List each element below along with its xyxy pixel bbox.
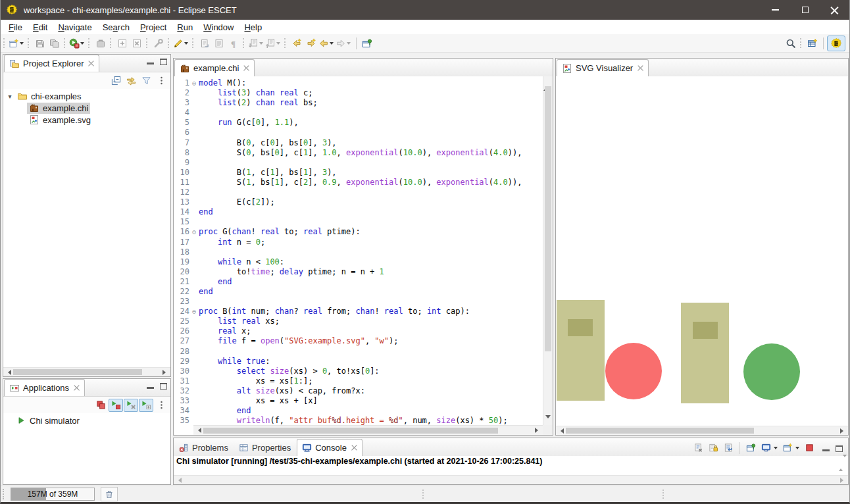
terminate-button[interactable] [802, 441, 816, 455]
word-wrap-button[interactable] [721, 441, 736, 455]
cross-box-button[interactable] [130, 36, 144, 51]
console-hscrollbar[interactable] [174, 475, 848, 484]
forward-history-button[interactable] [336, 36, 353, 51]
editor-vscrollbar[interactable] [543, 76, 553, 425]
pin-editor-button[interactable] [360, 36, 374, 51]
tab-example-chi[interactable]: example.chi [174, 59, 255, 76]
scroll-left-icon[interactable] [558, 428, 564, 434]
toolbar-grip[interactable] [88, 38, 91, 48]
new-wizard-dropdown[interactable] [20, 42, 24, 45]
scroll-thumb[interactable] [545, 86, 551, 351]
statusbar-separator[interactable] [422, 490, 425, 499]
save-all-button[interactable] [47, 36, 62, 51]
menu-edit[interactable]: Edit [28, 21, 53, 34]
application-item-chi-simulator[interactable]: Chi simulator [3, 415, 170, 426]
menu-search[interactable]: Search [97, 21, 135, 34]
minimize-view-icon[interactable] [147, 63, 154, 64]
terminate-all-button[interactable] [93, 399, 108, 412]
close-tab-icon[interactable] [243, 65, 249, 71]
scroll-down-icon[interactable] [545, 415, 551, 421]
scroll-left-icon[interactable] [176, 478, 182, 483]
tree-item-example-chi[interactable]: example.chi [3, 102, 170, 114]
scroll-right-icon[interactable] [840, 428, 846, 434]
filter-button[interactable] [139, 74, 153, 88]
menu-navigate[interactable]: Navigate [53, 21, 97, 34]
tab-console[interactable]: Console [297, 439, 362, 456]
code-editor[interactable]: 1⊖model M():2 list(3) chan real c;3 list… [174, 76, 543, 425]
pilcrow-button[interactable]: ¶ [226, 36, 241, 51]
garbage-collect-button[interactable] [101, 487, 118, 501]
menu-window[interactable]: Window [198, 21, 239, 34]
toolbar-grip[interactable] [243, 38, 245, 48]
toolbar-grip[interactable] [64, 38, 66, 48]
scroll-thumb[interactable] [13, 369, 142, 375]
pen-dropdown[interactable] [184, 42, 188, 45]
toolbar-grip[interactable] [146, 38, 149, 48]
scroll-right-icon[interactable] [162, 370, 168, 375]
menu-file[interactable]: File [3, 21, 28, 34]
new-wizard-button[interactable] [9, 36, 26, 51]
view-menu-button[interactable] [154, 399, 168, 412]
link-editor-button[interactable] [124, 74, 138, 88]
console-output[interactable]: Chi simulator [running] /test/35-chi-exa… [174, 456, 848, 474]
save-button[interactable] [33, 36, 47, 51]
close-tab-icon[interactable] [638, 65, 643, 71]
tree-item-example-svg[interactable]: example.svg [3, 114, 170, 126]
toolbar-grip[interactable] [168, 38, 170, 48]
auto-expand-button[interactable] [139, 399, 153, 412]
toolbar-grip[interactable] [192, 38, 195, 48]
statusbar-grip[interactable] [3, 489, 5, 499]
tab-project-explorer[interactable]: Project Explorer [4, 55, 99, 72]
auto-terminate-button[interactable] [109, 399, 123, 412]
doc-view-button[interactable] [212, 36, 226, 51]
menu-run[interactable]: Run [172, 21, 198, 34]
console-vscroll-arrows[interactable] [839, 457, 847, 469]
scroll-thumb[interactable] [566, 428, 754, 434]
external-tools-button[interactable] [93, 36, 108, 51]
next-annotation-dropdown[interactable] [259, 42, 263, 45]
editor-hscrollbar[interactable] [193, 425, 543, 435]
tree-item-chi-examples[interactable]: ▾chi-examples [3, 90, 170, 102]
toolbar-grip[interactable] [284, 38, 287, 48]
close-tab-icon[interactable] [351, 445, 357, 451]
tab-properties[interactable]: Properties [234, 440, 296, 456]
scroll-right-icon[interactable] [535, 428, 541, 433]
close-button[interactable] [820, 0, 849, 20]
display-console-button[interactable] [759, 441, 773, 455]
menu-help[interactable]: Help [239, 21, 267, 34]
search-button[interactable] [784, 36, 798, 51]
fold-collapse-icon[interactable]: ⊖ [189, 78, 199, 88]
scroll-down-icon[interactable] [843, 455, 847, 471]
back-history-button[interactable] [318, 36, 336, 51]
svg-hscrollbar[interactable] [556, 426, 848, 435]
minimize-view-icon[interactable] [147, 387, 154, 389]
close-tab-icon[interactable] [74, 385, 80, 391]
plus-box-button[interactable] [115, 36, 130, 51]
minimize-view-icon[interactable] [822, 449, 830, 451]
menu-project[interactable]: Project [135, 21, 172, 34]
maximize-view-icon[interactable] [160, 383, 167, 390]
wrench-button[interactable] [151, 36, 166, 51]
prev-annotation-button[interactable] [265, 36, 282, 51]
tab-problems[interactable]: Problems [174, 440, 234, 456]
scroll-left-icon[interactable] [5, 370, 11, 375]
fold-collapse-icon[interactable]: ⊖ [189, 227, 199, 237]
maximize-button[interactable] [790, 0, 820, 20]
next-annotation-button[interactable] [248, 36, 265, 51]
run-last-button[interactable] [69, 36, 86, 51]
run-last-dropdown[interactable] [80, 42, 84, 45]
clear-console-button[interactable] [691, 441, 705, 455]
scroll-thumb[interactable] [203, 428, 498, 434]
toolbar-grip[interactable] [3, 38, 6, 48]
forward-history-dropdown[interactable] [347, 42, 351, 45]
maximize-view-icon[interactable] [836, 445, 843, 452]
display-console-dropdown[interactable] [774, 447, 778, 449]
open-perspective-button[interactable] [805, 36, 820, 51]
minimize-button[interactable] [761, 0, 790, 20]
auto-remove-button[interactable] [124, 399, 138, 412]
scroll-left-icon[interactable] [195, 428, 201, 433]
scroll-lock-button[interactable] [706, 441, 720, 455]
back-history-dropdown[interactable] [330, 42, 334, 45]
toolbar-grip[interactable] [800, 38, 803, 48]
next-edit-location-button[interactable] [304, 36, 318, 51]
